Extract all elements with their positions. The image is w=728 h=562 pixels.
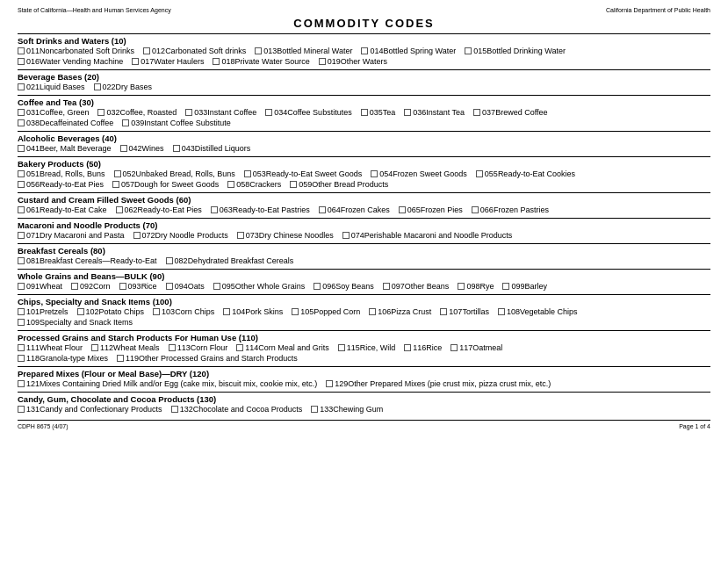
checkbox-081[interactable] — [18, 257, 25, 264]
checkbox-129[interactable] — [326, 380, 333, 387]
checkbox-119[interactable] — [117, 355, 124, 362]
item-code-098: 098 — [466, 282, 479, 291]
checkbox-114[interactable] — [236, 344, 243, 351]
checkbox-016[interactable] — [18, 58, 25, 65]
checkbox-037[interactable] — [473, 109, 480, 116]
checkbox-082[interactable] — [166, 257, 173, 264]
checkbox-133[interactable] — [311, 406, 318, 413]
checkbox-056[interactable] — [18, 181, 25, 188]
item-066: 066 Frozen Pastries — [472, 205, 549, 214]
checkbox-062[interactable] — [116, 206, 123, 213]
checkbox-055[interactable] — [476, 170, 483, 177]
checkbox-107[interactable] — [440, 308, 447, 315]
checkbox-104[interactable] — [223, 308, 230, 315]
checkbox-098[interactable] — [458, 283, 465, 290]
checkbox-017[interactable] — [132, 58, 139, 65]
checkbox-063[interactable] — [211, 206, 218, 213]
item-code-054: 054 — [379, 169, 393, 178]
checkbox-054[interactable] — [371, 170, 378, 177]
checkbox-071[interactable] — [18, 232, 25, 239]
checkbox-115[interactable] — [338, 344, 345, 351]
item-label-018: Private Water Source — [235, 57, 310, 66]
item-code-053: 053 — [253, 169, 266, 178]
checkbox-064[interactable] — [319, 206, 326, 213]
checkbox-011[interactable] — [18, 47, 25, 54]
item-code-129: 129 — [335, 379, 348, 388]
checkbox-061[interactable] — [18, 206, 25, 213]
checkbox-112[interactable] — [91, 344, 98, 351]
checkbox-121[interactable] — [18, 380, 25, 387]
checkbox-057[interactable] — [112, 181, 119, 188]
checkbox-051[interactable] — [18, 170, 25, 177]
item-015: 015 Bottled Drinking Water — [465, 47, 566, 55]
item-label-082: Dehydrated Breakfast Cereals — [188, 256, 294, 265]
checkbox-034[interactable] — [265, 109, 272, 116]
item-code-012: 012 — [152, 47, 165, 55]
checkbox-095[interactable] — [213, 283, 220, 290]
checkbox-093[interactable] — [119, 283, 126, 290]
checkbox-117[interactable] — [450, 344, 458, 351]
checkbox-105[interactable] — [292, 308, 299, 315]
item-label-114: Corn Meal and Grits — [258, 343, 329, 352]
checkbox-108[interactable] — [498, 308, 505, 315]
checkbox-072[interactable] — [133, 232, 141, 239]
checkbox-102[interactable] — [77, 308, 84, 315]
checkbox-036[interactable] — [404, 109, 411, 116]
item-label-131: Candy and Confectionary Products — [40, 405, 162, 414]
checkbox-014[interactable] — [361, 47, 368, 54]
checkbox-118[interactable] — [18, 355, 25, 362]
item-label-098: Rye — [479, 282, 494, 291]
checkbox-091[interactable] — [18, 283, 25, 290]
checkbox-096[interactable] — [314, 283, 321, 290]
checkbox-043[interactable] — [173, 145, 180, 152]
item-code-114: 114 — [245, 343, 258, 352]
item-code-033: 033 — [194, 108, 207, 117]
checkbox-101[interactable] — [18, 308, 25, 315]
checkbox-059[interactable] — [290, 181, 297, 188]
checkbox-103[interactable] — [153, 308, 160, 315]
checkbox-116[interactable] — [404, 344, 411, 351]
checkbox-097[interactable] — [383, 283, 390, 290]
checkbox-113[interactable] — [169, 344, 176, 351]
item-code-064: 064 — [328, 205, 341, 214]
checkbox-015[interactable] — [465, 47, 472, 54]
checkbox-132[interactable] — [171, 406, 178, 413]
checkbox-032[interactable] — [97, 109, 105, 116]
item-065: 065 Frozen Pies — [399, 205, 463, 214]
checkbox-099[interactable] — [502, 283, 509, 290]
checkbox-021[interactable] — [18, 83, 25, 90]
checkbox-065[interactable] — [399, 206, 406, 213]
section-header-120: Prepared Mixes (Flour or Meal Base)—DRY … — [18, 369, 710, 378]
checkbox-031[interactable] — [18, 109, 25, 116]
checkbox-058[interactable] — [227, 181, 234, 188]
checkbox-035[interactable] — [361, 109, 368, 116]
checkbox-042[interactable] — [120, 145, 127, 152]
checkbox-109[interactable] — [18, 319, 25, 326]
checkbox-019[interactable] — [319, 58, 326, 65]
checkbox-012[interactable] — [143, 47, 150, 54]
checkbox-066[interactable] — [472, 206, 479, 213]
checkbox-053[interactable] — [244, 170, 251, 177]
checkbox-094[interactable] — [166, 283, 173, 290]
checkbox-022[interactable] — [94, 83, 101, 90]
checkbox-018[interactable] — [213, 58, 220, 65]
checkbox-038[interactable] — [18, 119, 25, 126]
item-code-042: 042 — [129, 144, 142, 153]
checkbox-074[interactable] — [342, 232, 350, 239]
item-code-132: 132 — [180, 405, 193, 414]
checkbox-073[interactable] — [237, 232, 244, 239]
section-header-60: Custard and Cream Filled Sweet Goods (60… — [18, 195, 710, 205]
checkbox-052[interactable] — [114, 170, 121, 177]
checkbox-039[interactable] — [122, 119, 129, 126]
checkbox-041[interactable] — [18, 145, 25, 152]
checkbox-106[interactable] — [369, 308, 376, 315]
checkbox-013[interactable] — [255, 47, 262, 54]
item-label-021: Liquid Bases — [40, 83, 85, 91]
item-011: 011 Noncarbonated Soft Drinks — [18, 47, 134, 55]
checkbox-111[interactable] — [18, 344, 25, 351]
checkbox-092[interactable] — [71, 283, 78, 290]
item-label-071: Dry Macaroni and Pasta — [40, 231, 125, 240]
checkbox-131[interactable] — [18, 406, 25, 413]
checkbox-033[interactable] — [185, 109, 192, 116]
item-code-119: 119 — [126, 354, 139, 363]
